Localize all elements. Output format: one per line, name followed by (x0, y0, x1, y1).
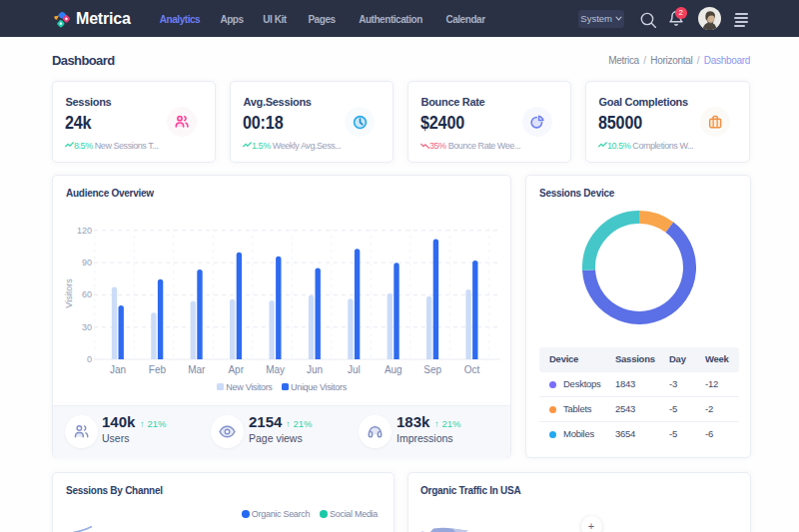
svg-text:Apr: Apr (228, 364, 244, 375)
svg-text:60: 60 (82, 289, 92, 299)
svg-text:Sep: Sep (423, 364, 441, 375)
svg-text:Jun: Jun (307, 364, 323, 375)
svg-text:Aug: Aug (385, 364, 402, 375)
svg-text:90: 90 (82, 258, 92, 267)
svg-text:Feb: Feb (149, 364, 167, 375)
svg-text:0: 0 (87, 354, 92, 364)
svg-text:May: May (266, 364, 285, 375)
svg-text:Jul: Jul (348, 364, 361, 375)
svg-text:Jan: Jan (110, 364, 126, 375)
svg-text:Oct: Oct (464, 364, 480, 375)
svg-text:30: 30 (82, 322, 92, 332)
svg-text:Mar: Mar (188, 364, 206, 375)
svg-text:120: 120 (77, 226, 92, 236)
svg-text:Visitors: Visitors (64, 278, 74, 308)
